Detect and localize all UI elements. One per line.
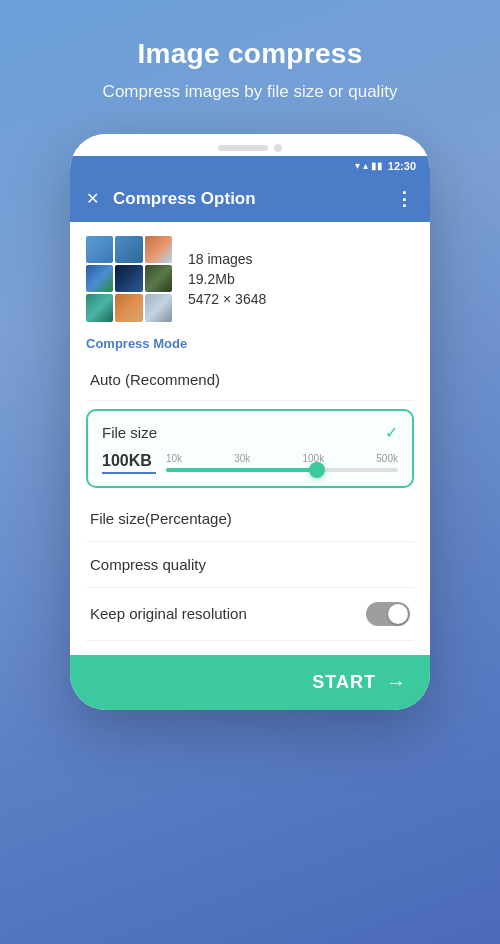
image-thumb-1: [86, 236, 113, 263]
selected-check-icon: ✓: [385, 423, 398, 442]
slider-labels: 10k 30k 100k 500k: [166, 453, 398, 464]
page-header: Image compress Compress images by file s…: [73, 0, 428, 124]
image-info-row: 18 images 19.2Mb 5472 × 3648: [86, 236, 414, 322]
option-file-size-percentage[interactable]: File size(Percentage): [86, 496, 414, 542]
app-bar-title: Compress Option: [113, 189, 381, 209]
file-size-title: File size: [102, 424, 157, 441]
slider-thumb[interactable]: [309, 462, 325, 478]
status-time: 12:30: [388, 160, 416, 172]
keep-resolution-row: Keep original resolution: [86, 588, 414, 641]
image-stats: 18 images 19.2Mb 5472 × 3648: [188, 251, 266, 307]
toggle-knob: [388, 604, 408, 624]
image-dimensions: 5472 × 3648: [188, 291, 266, 307]
image-grid: [86, 236, 172, 322]
image-thumb-7: [86, 294, 113, 321]
option-auto[interactable]: Auto (Recommend): [86, 359, 414, 401]
image-thumb-2: [115, 236, 142, 263]
slider-track[interactable]: [166, 468, 398, 472]
status-bar: ▾ ▴ ▮▮ 12:30: [70, 156, 430, 176]
status-icons: ▾ ▴ ▮▮: [355, 160, 383, 171]
page-subtitle: Compress images by file size or quality: [103, 80, 398, 104]
keep-resolution-label: Keep original resolution: [90, 605, 247, 622]
page-title: Image compress: [103, 38, 398, 70]
image-thumb-4: [86, 265, 113, 292]
start-button-label[interactable]: START: [312, 672, 376, 693]
slider-area: 100KB 10k 30k 100k 500k: [102, 452, 398, 474]
wifi-icon: ▾: [355, 160, 360, 171]
slider-container[interactable]: 10k 30k 100k 500k: [166, 453, 398, 472]
start-button-area[interactable]: START →: [70, 655, 430, 710]
phone-speaker: [218, 145, 268, 151]
image-thumb-9: [145, 294, 172, 321]
slider-label-10k: 10k: [166, 453, 182, 464]
app-bar: ✕ Compress Option ⋮: [70, 176, 430, 222]
image-thumb-3: [145, 236, 172, 263]
phone-notch: [70, 134, 430, 156]
start-arrow-icon[interactable]: →: [386, 671, 406, 694]
image-count: 18 images: [188, 251, 266, 267]
image-size: 19.2Mb: [188, 271, 266, 287]
compress-mode-label: Compress Mode: [86, 336, 414, 351]
file-size-card[interactable]: File size ✓ 100KB 10k 30k 100k 500k: [86, 409, 414, 488]
slider-label-500k: 500k: [376, 453, 398, 464]
file-size-header: File size ✓: [102, 423, 398, 442]
image-thumb-8: [115, 294, 142, 321]
image-thumb-6: [145, 265, 172, 292]
more-button[interactable]: ⋮: [395, 188, 414, 210]
phone-frame: ▾ ▴ ▮▮ 12:30 ✕ Compress Option ⋮: [70, 134, 430, 710]
slider-value-box: 100KB: [102, 452, 156, 474]
signal-icon: ▴: [363, 160, 368, 171]
slider-fill: [166, 468, 317, 472]
close-button[interactable]: ✕: [86, 189, 99, 208]
battery-icon: ▮▮: [371, 160, 383, 171]
slider-underline: [102, 472, 156, 474]
keep-resolution-toggle[interactable]: [366, 602, 410, 626]
phone-camera: [274, 144, 282, 152]
slider-label-30k: 30k: [234, 453, 250, 464]
slider-value: 100KB: [102, 452, 152, 470]
content-area: 18 images 19.2Mb 5472 × 3648 Compress Mo…: [70, 222, 430, 655]
image-thumb-5: [115, 265, 142, 292]
option-compress-quality[interactable]: Compress quality: [86, 542, 414, 588]
